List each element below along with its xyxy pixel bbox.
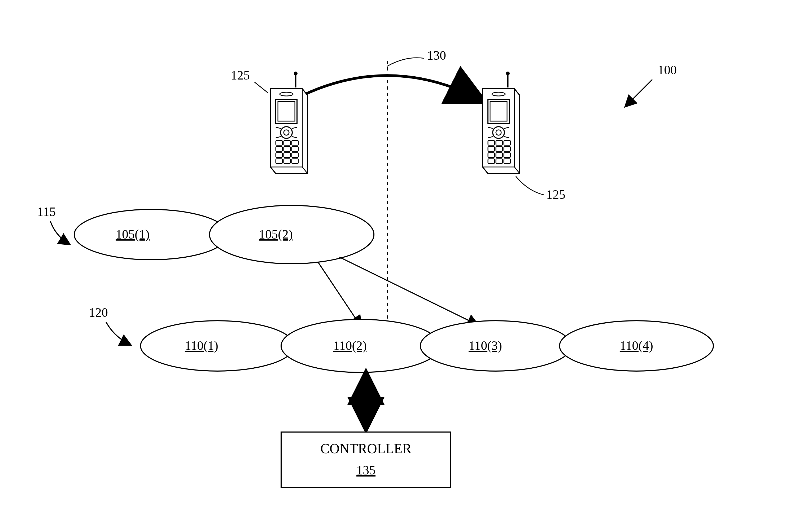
svg-line-28 (255, 82, 268, 93)
phone-right (483, 71, 520, 174)
cell-bottom-3-label: 110(3) (468, 339, 502, 353)
cells-bottom-row: 110(1) 110(2) 110(3) 110(4) (141, 320, 713, 372)
ref-system-label: 100 (658, 63, 677, 77)
svg-point-30 (506, 71, 510, 75)
cell-bottom-1-label: 110(1) (185, 339, 218, 353)
controller-box: CONTROLLER 135 (281, 432, 451, 488)
ref-phone-left: 125 (231, 68, 268, 93)
svg-point-2 (294, 71, 298, 75)
cell-bottom-4-label: 110(4) (620, 339, 653, 353)
cell-top-2-label: 105(2) (259, 227, 293, 242)
ref-phone-left-label: 125 (231, 68, 250, 82)
controller-title: CONTROLLER (320, 441, 412, 456)
ref-top-row: 115 (37, 204, 69, 244)
svg-line-0 (626, 80, 652, 106)
diagram-canvas: 100 130 (0, 0, 812, 524)
ref-phone-right: 125 (516, 176, 566, 201)
ref-handover-label: 130 (427, 48, 446, 62)
ref-top-row-label: 115 (37, 204, 56, 219)
ref-bottom-row-label: 120 (89, 305, 108, 320)
svg-rect-62 (281, 432, 451, 488)
ref-bottom-row: 120 (89, 305, 130, 345)
cell-bottom-2-label: 110(2) (333, 339, 367, 353)
phone-left (270, 71, 308, 174)
arrow-105-2-to-110-2 (318, 262, 361, 326)
arrow-105-2-to-110-3 (339, 257, 477, 325)
cell-top-1-label: 105(1) (116, 227, 149, 242)
svg-point-56 (74, 209, 228, 260)
cells-top-row: 105(1) 105(2) (74, 206, 374, 264)
controller-ref: 135 (356, 463, 376, 477)
ref-phone-right-label: 125 (546, 187, 566, 201)
ref-system: 100 (626, 63, 677, 106)
handover-arrow: 130 (297, 48, 477, 98)
